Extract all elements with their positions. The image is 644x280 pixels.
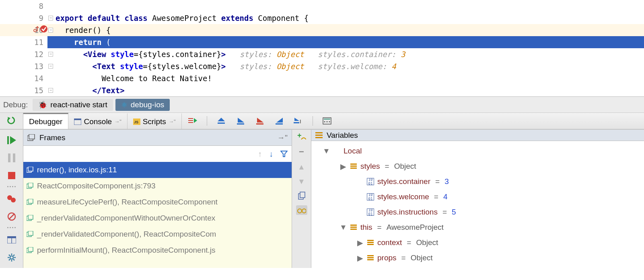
layout-icon [7, 236, 16, 243]
layout-button[interactable] [4, 231, 20, 249]
gutter-line[interactable]: 9 [0, 12, 47, 24]
variable-row[interactable]: ▼Local [313, 143, 642, 159]
code-editor[interactable]: 89101112131415 −export default class Awe… [0, 0, 644, 96]
frame-next-button[interactable]: ↓ [269, 149, 273, 159]
expand-toggle[interactable]: ▶ [356, 253, 364, 263]
step-over-button[interactable] [216, 116, 226, 126]
exec-point-icon [188, 117, 197, 125]
debugger-tab-debugger[interactable]: Debugger [23, 113, 68, 129]
gutter-line[interactable]: 11 [0, 36, 47, 48]
variable-value: Object [411, 253, 433, 262]
editor-code[interactable]: −export default class AwesomeProject ext… [47, 0, 644, 96]
variable-row[interactable]: ▶styles=Object [313, 159, 642, 174]
calculator-icon [323, 117, 331, 125]
copy-watch-button[interactable] [298, 192, 306, 200]
run-to-cursor-button[interactable]: I [293, 116, 304, 126]
svg-rect-3 [74, 119, 81, 120]
fold-toggle[interactable]: − [48, 64, 53, 69]
gear-icon [7, 253, 16, 262]
gutter-line[interactable]: 8 [0, 0, 47, 12]
step-into-button[interactable] [235, 116, 246, 126]
fold-toggle[interactable]: − [48, 88, 53, 93]
frame-filter-button[interactable] [280, 150, 288, 157]
scripts-icon: JS [133, 119, 140, 125]
show-execution-point-button[interactable] [187, 116, 198, 126]
gutter-line[interactable]: 15 [0, 84, 47, 96]
stack-frame[interactable]: _renderValidatedComponentWithoutOwnerOrC… [23, 210, 292, 226]
variables-tree[interactable]: ▼Local▶styles=Object1001styles.container… [311, 141, 644, 268]
variable-row[interactable]: 1001styles.instructions=5 [313, 204, 642, 220]
svg-rect-61 [315, 135, 323, 136]
resume-button[interactable] [4, 131, 20, 149]
gutter-line[interactable]: 14 [0, 72, 47, 84]
debugger-tab-console[interactable]: Console →" [68, 113, 127, 129]
svg-line-27 [9, 214, 14, 219]
debug-config-tab[interactable]: 🐞react-native start [33, 99, 113, 111]
stack-frame[interactable]: ReactCompositeComponent.js:793 [23, 178, 292, 194]
svg-rect-9 [218, 123, 225, 124]
variable-value: 5 [452, 208, 456, 217]
code-line[interactable]: return ( [47, 36, 644, 48]
variable-row[interactable]: 1001styles.welcome=4 [313, 189, 642, 204]
watch-down-button[interactable]: ▼ [298, 177, 305, 186]
expand-toggle[interactable]: ▶ [356, 238, 364, 247]
debugger-tab-scripts[interactable]: JSScripts →" [128, 113, 182, 129]
stop-button[interactable] [4, 167, 20, 184]
console-icon [74, 119, 81, 125]
code-line[interactable]: − </Text> [47, 84, 644, 96]
stack-frame[interactable]: render(), index.ios.js:11 [23, 162, 292, 178]
fold-toggle[interactable]: − [48, 52, 53, 57]
stack-frame[interactable]: measureLifeCyclePerf(), ReactCompositeCo… [23, 194, 292, 210]
code-line[interactable]: Welcome to React Native! [47, 72, 644, 84]
watch-up-button[interactable]: ▲ [298, 163, 305, 172]
expand-toggle[interactable]: ▼ [323, 147, 330, 155]
stack-frame[interactable]: performInitialMount(), ReactCompositeCom… [23, 242, 292, 258]
frame-prev-button[interactable]: ↑ [258, 149, 262, 159]
stack-frame[interactable]: _renderValidatedComponent(), ReactCompos… [23, 226, 292, 242]
svg-rect-51 [28, 231, 33, 235]
mute-breakpoints-button[interactable] [4, 208, 20, 225]
glasses-icon [297, 206, 306, 214]
variable-value: 3 [444, 177, 449, 186]
settings-button[interactable] [4, 249, 20, 266]
code-line[interactable]: − <Text style={styles.welcome}> styles: … [47, 60, 644, 72]
frames-panel: Frames →" ↑ ↓ render(), index.ios.js:11R… [23, 130, 292, 268]
gutter-line[interactable]: 12 [0, 48, 47, 60]
code-line[interactable]: −export default class AwesomeProject ext… [47, 12, 644, 24]
expand-toggle[interactable]: ▶ [339, 162, 347, 171]
svg-rect-71 [367, 244, 374, 245]
code-line[interactable]: − render() { [47, 24, 644, 36]
show-watches-button[interactable] [296, 205, 307, 215]
variable-row[interactable]: ▼this=AwesomeProject [313, 220, 642, 235]
variable-name: context [377, 238, 402, 247]
variable-row[interactable]: 1001styles.container=3 [313, 174, 642, 189]
fold-toggle[interactable]: − [48, 16, 53, 20]
add-watch-button[interactable]: + [297, 132, 306, 141]
step-out-button[interactable] [274, 116, 284, 126]
frames-more-icon[interactable]: →" [277, 133, 288, 142]
evaluate-expression-button[interactable] [322, 116, 332, 126]
variable-row[interactable]: ▶context=Object [313, 235, 642, 250]
bug-icon: 🐞 [38, 100, 47, 109]
view-breakpoints-button[interactable] [4, 190, 20, 208]
expand-toggle[interactable]: ▼ [339, 223, 347, 232]
variables-title: Variables [327, 131, 358, 140]
gutter-line[interactable]: 10 [0, 24, 47, 36]
remove-watch-button[interactable]: − [299, 147, 304, 157]
debug-config-tab[interactable]: ⚛debug-ios [115, 99, 170, 111]
force-step-into-button[interactable] [255, 116, 265, 126]
mute-breakpoints-icon [7, 212, 16, 221]
react-icon: ⚛ [121, 100, 128, 109]
svg-rect-7 [188, 120, 193, 121]
svg-rect-21 [8, 153, 10, 162]
code-line[interactable]: − <View style={styles.container}> styles… [47, 48, 644, 60]
code-line[interactable] [47, 0, 644, 12]
fold-toggle[interactable]: − [48, 28, 53, 33]
gutter-line[interactable]: 13 [0, 60, 47, 72]
pause-button[interactable] [4, 149, 20, 167]
frames-list[interactable]: render(), index.ios.js:11ReactCompositeC… [23, 162, 292, 268]
rerun-button[interactable] [0, 113, 23, 129]
svg-rect-20 [7, 136, 9, 144]
svg-rect-56 [300, 192, 305, 198]
variable-row[interactable]: ▶props=Object [313, 250, 642, 266]
